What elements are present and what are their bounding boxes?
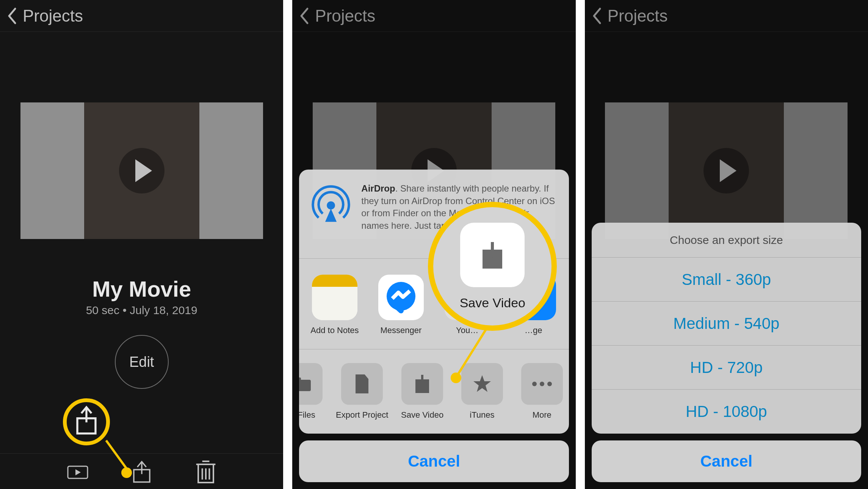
svg-marker-13: [325, 209, 337, 222]
screenshot-panel-1: Projects My Movie 50 sec • July 18, 2019…: [0, 0, 283, 489]
project-meta: 50 sec • July 18, 2019: [0, 304, 283, 317]
messenger-icon: [378, 275, 424, 320]
svg-marker-23: [473, 375, 491, 392]
cancel-button[interactable]: Cancel: [592, 440, 861, 482]
action-export-project[interactable]: Export Project: [339, 363, 385, 420]
svg-rect-11: [77, 418, 96, 434]
folder-icon: [299, 363, 323, 405]
action-itunes[interactable]: iTunes: [460, 363, 505, 420]
nav-title[interactable]: Projects: [23, 6, 83, 25]
dots-icon: [521, 363, 563, 405]
action-save-video[interactable]: Save Video: [400, 363, 445, 420]
svg-rect-17: [299, 380, 311, 391]
app-add-to-notes[interactable]: Add to Notes: [310, 275, 359, 335]
export-option-720p[interactable]: HD - 720p: [592, 346, 861, 390]
svg-rect-14: [312, 275, 357, 287]
download-icon: [460, 223, 525, 287]
export-option-360p[interactable]: Small - 360p: [592, 258, 861, 302]
export-option-1080p[interactable]: HD - 1080p: [592, 390, 861, 434]
share-icon-callout: [74, 405, 99, 437]
play-icon[interactable]: [119, 148, 165, 193]
callout-save-video: Save Video: [428, 202, 557, 331]
export-option-540p[interactable]: Medium - 540p: [592, 302, 861, 346]
play-theater-icon[interactable]: [67, 461, 88, 482]
action-more[interactable]: More: [520, 363, 564, 420]
svg-marker-19: [356, 374, 368, 393]
callout-share: [63, 398, 110, 445]
share-icon[interactable]: [131, 461, 152, 482]
chevron-left-icon[interactable]: [7, 7, 17, 25]
star-icon: [461, 363, 503, 405]
export-title: Choose an export size: [592, 223, 861, 258]
svg-rect-18: [299, 377, 301, 381]
edit-button[interactable]: Edit: [115, 335, 169, 389]
project-title: My Movie: [0, 276, 283, 302]
project-toolbar: [0, 453, 283, 489]
cancel-button[interactable]: Cancel: [299, 440, 569, 482]
airdrop-icon: [310, 182, 351, 223]
svg-point-26: [547, 382, 552, 386]
action-to-files[interactable]: to Files: [299, 363, 324, 420]
trash-icon[interactable]: [195, 461, 216, 482]
share-action-row[interactable]: to Files Export Project Save Video: [299, 349, 569, 434]
svg-point-24: [532, 382, 537, 386]
download-icon: [401, 363, 443, 405]
svg-point-25: [540, 382, 544, 386]
screenshot-panel-2: Projects: [292, 0, 575, 489]
callout-label: Save Video: [460, 296, 525, 310]
svg-rect-15: [312, 287, 357, 320]
app-messenger[interactable]: Messenger: [377, 275, 425, 335]
svg-marker-1: [75, 469, 81, 475]
svg-point-12: [327, 201, 335, 210]
notes-icon: [312, 275, 357, 320]
video-thumbnail[interactable]: [20, 102, 263, 239]
export-size-sheet: Choose an export size Small - 360p Mediu…: [592, 223, 861, 482]
nav-bar: Projects: [0, 0, 283, 32]
file-icon: [341, 363, 383, 405]
screenshot-panel-3: Projects Choose an export size Small - 3…: [585, 0, 868, 489]
